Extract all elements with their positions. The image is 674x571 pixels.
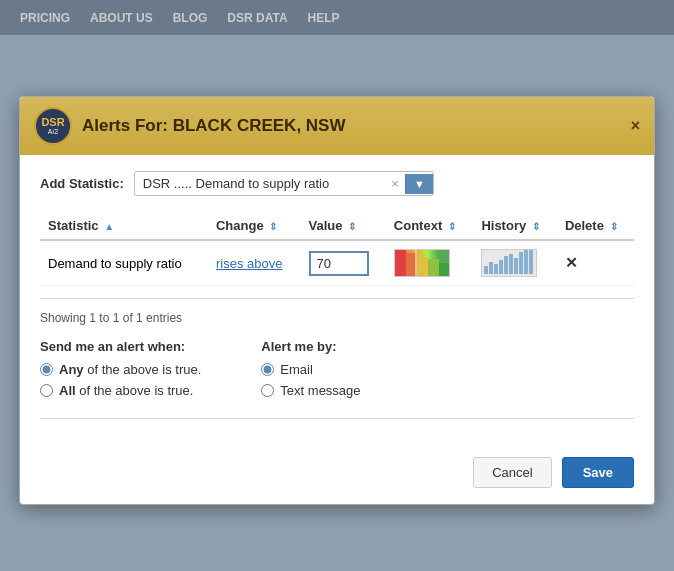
value-input[interactable] bbox=[309, 251, 369, 276]
svg-rect-6 bbox=[484, 266, 488, 274]
svg-rect-15 bbox=[529, 249, 533, 274]
statistic-select[interactable]: DSR ..... Demand to supply ratio × ▼ bbox=[134, 171, 434, 196]
history-chart-thumbnail[interactable] bbox=[481, 249, 537, 277]
cell-context bbox=[386, 240, 474, 286]
svg-rect-0 bbox=[395, 249, 406, 277]
radio-email[interactable]: Email bbox=[261, 362, 360, 377]
svg-rect-2 bbox=[417, 257, 428, 277]
change-link[interactable]: rises above bbox=[216, 256, 282, 271]
modal-title: Alerts For: BLACK CREEK, NSW bbox=[82, 116, 346, 136]
alerts-table-section: Statistic ▲ Change ⇕ Value ⇕ Context bbox=[40, 212, 634, 286]
sort-change-icon: ⇕ bbox=[269, 221, 277, 232]
modal-header: DSR A/2 Alerts For: BLACK CREEK, NSW × bbox=[20, 97, 654, 155]
svg-rect-5 bbox=[415, 249, 417, 277]
svg-rect-10 bbox=[504, 256, 508, 274]
nav-dsrdata[interactable]: DSR DATA bbox=[227, 11, 287, 25]
statistic-clear-button[interactable]: × bbox=[385, 172, 405, 195]
svg-rect-14 bbox=[524, 250, 528, 274]
nav-help[interactable]: HELP bbox=[308, 11, 340, 25]
nav-pricing[interactable]: PRICING bbox=[20, 11, 70, 25]
radio-text-label: Text message bbox=[280, 383, 360, 398]
cell-value bbox=[301, 240, 386, 286]
alert-options: Send me an alert when: Any of the above … bbox=[40, 339, 634, 404]
radio-any[interactable]: Any of the above is true. bbox=[40, 362, 201, 377]
col-statistic[interactable]: Statistic ▲ bbox=[40, 212, 208, 240]
cell-change: rises above bbox=[208, 240, 301, 286]
sort-statistic-icon: ▲ bbox=[104, 221, 114, 232]
table-header: Statistic ▲ Change ⇕ Value ⇕ Context bbox=[40, 212, 634, 240]
send-alert-col: Send me an alert when: Any of the above … bbox=[40, 339, 201, 404]
radio-text[interactable]: Text message bbox=[261, 383, 360, 398]
radio-all-label: All of the above is true. bbox=[59, 383, 193, 398]
svg-rect-7 bbox=[489, 262, 493, 274]
alert-by-title: Alert me by: bbox=[261, 339, 360, 354]
nav-about[interactable]: ABOUT US bbox=[90, 11, 153, 25]
modal-body: Add Statistic: DSR ..... Demand to suppl… bbox=[20, 155, 654, 447]
col-change[interactable]: Change ⇕ bbox=[208, 212, 301, 240]
col-delete[interactable]: Delete ⇕ bbox=[557, 212, 634, 240]
radio-any-label: Any of the above is true. bbox=[59, 362, 201, 377]
alerts-table: Statistic ▲ Change ⇕ Value ⇕ Context bbox=[40, 212, 634, 286]
history-chart-svg bbox=[484, 249, 534, 274]
table-row: Demand to supply ratio rises above bbox=[40, 240, 634, 286]
col-context[interactable]: Context ⇕ bbox=[386, 212, 474, 240]
radio-all[interactable]: All of the above is true. bbox=[40, 383, 201, 398]
radio-text-input[interactable] bbox=[261, 384, 274, 397]
alerts-modal: DSR A/2 Alerts For: BLACK CREEK, NSW × A… bbox=[19, 96, 655, 505]
svg-rect-9 bbox=[499, 260, 503, 274]
divider-1 bbox=[40, 298, 634, 299]
radio-all-input[interactable] bbox=[40, 384, 53, 397]
table-body: Demand to supply ratio rises above bbox=[40, 240, 634, 286]
logo-sub: A/2 bbox=[41, 128, 64, 135]
divider-2 bbox=[40, 418, 634, 419]
modal-header-left: DSR A/2 Alerts For: BLACK CREEK, NSW bbox=[34, 107, 346, 145]
svg-rect-13 bbox=[519, 252, 523, 274]
alert-by-col: Alert me by: Email Text message bbox=[261, 339, 360, 404]
col-history[interactable]: History ⇕ bbox=[473, 212, 557, 240]
radio-any-input[interactable] bbox=[40, 363, 53, 376]
sort-delete-icon: ⇕ bbox=[610, 221, 618, 232]
context-chart-thumbnail[interactable] bbox=[394, 249, 450, 277]
send-alert-title: Send me an alert when: bbox=[40, 339, 201, 354]
dsr-logo: DSR A/2 bbox=[34, 107, 72, 145]
cell-statistic: Demand to supply ratio bbox=[40, 240, 208, 286]
col-value[interactable]: Value ⇕ bbox=[301, 212, 386, 240]
svg-rect-4 bbox=[439, 263, 449, 277]
radio-email-input[interactable] bbox=[261, 363, 274, 376]
context-chart-svg bbox=[395, 249, 449, 277]
cell-history bbox=[473, 240, 557, 286]
statistic-select-text: DSR ..... Demand to supply ratio bbox=[135, 172, 386, 195]
cancel-button[interactable]: Cancel bbox=[473, 457, 551, 488]
svg-rect-8 bbox=[494, 264, 498, 274]
svg-rect-12 bbox=[514, 258, 518, 274]
nav-blog[interactable]: BLOG bbox=[173, 11, 208, 25]
showing-text: Showing 1 to 1 of 1 entries bbox=[40, 311, 634, 325]
svg-rect-3 bbox=[428, 259, 439, 277]
sort-context-icon: ⇕ bbox=[448, 221, 456, 232]
save-button[interactable]: Save bbox=[562, 457, 634, 488]
statistic-dropdown-arrow[interactable]: ▼ bbox=[405, 174, 433, 194]
radio-email-label: Email bbox=[280, 362, 313, 377]
cell-delete: ✕ bbox=[557, 240, 634, 286]
modal-footer: Cancel Save bbox=[20, 447, 654, 504]
svg-rect-11 bbox=[509, 254, 513, 274]
sort-history-icon: ⇕ bbox=[532, 221, 540, 232]
modal-close-button[interactable]: × bbox=[631, 118, 640, 134]
add-statistic-label: Add Statistic: bbox=[40, 176, 124, 191]
logo-main: DSR bbox=[41, 117, 64, 128]
sort-value-icon: ⇕ bbox=[348, 221, 356, 232]
add-statistic-row: Add Statistic: DSR ..... Demand to suppl… bbox=[40, 171, 634, 196]
delete-button[interactable]: ✕ bbox=[565, 254, 578, 271]
